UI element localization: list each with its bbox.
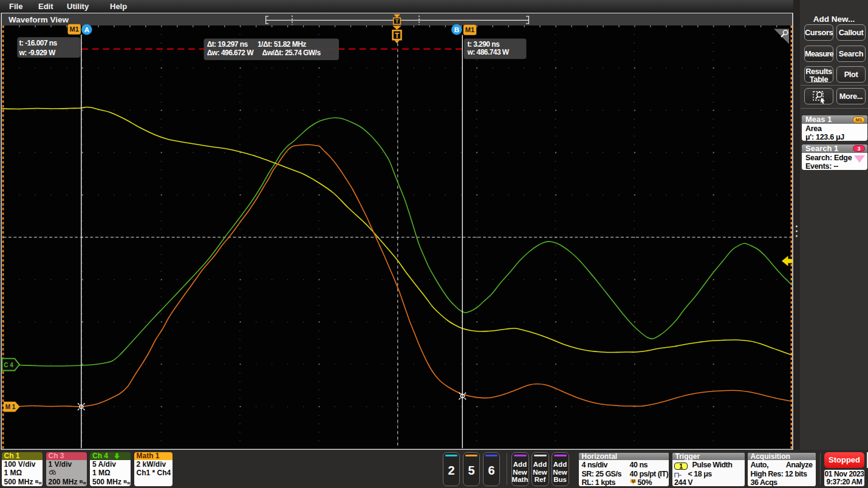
svg-text:U: U <box>632 479 635 483</box>
svg-text:w: 486.743 W: w: 486.743 W <box>467 48 510 56</box>
svg-text:Waveform View: Waveform View <box>9 15 69 24</box>
svg-text:1/Δt: 51.82 MHz: 1/Δt: 51.82 MHz <box>258 40 306 49</box>
svg-text:t: 3.290 ns: t: 3.290 ns <box>468 40 501 49</box>
svg-text:C 4: C 4 <box>4 362 13 368</box>
svg-text:M1: M1 <box>70 25 79 33</box>
svg-text:T: T <box>395 18 399 24</box>
svg-text:Δw: 496.672 W: Δw: 496.672 W <box>207 49 254 57</box>
svg-text:Δt: 19.297 ns: Δt: 19.297 ns <box>207 40 248 49</box>
svg-text:T: T <box>395 32 400 40</box>
svg-text:Δw/Δt: 25.74 GW/s: Δw/Δt: 25.74 GW/s <box>262 49 321 57</box>
svg-text:w: -9.929 W: w: -9.929 W <box>19 49 56 57</box>
svg-text:B: B <box>454 26 459 33</box>
svg-text:M 1: M 1 <box>5 404 16 410</box>
svg-text:t: -16.007 ns: t: -16.007 ns <box>19 39 58 47</box>
svg-text:M1: M1 <box>465 26 474 33</box>
svg-text:A: A <box>84 26 89 33</box>
